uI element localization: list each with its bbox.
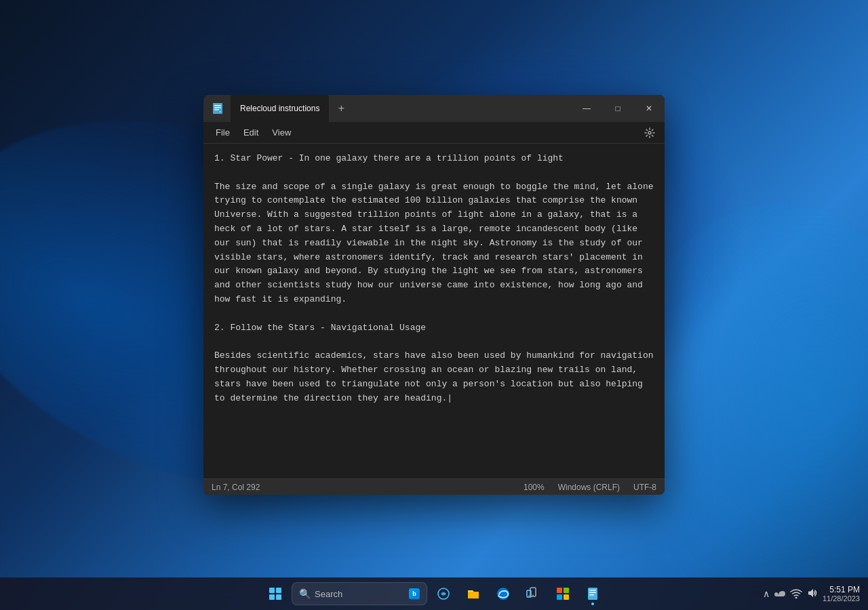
taskbar: 🔍 Search b (0, 577, 868, 610)
date-display: 11/28/2023 (823, 594, 860, 603)
maximize-button[interactable]: □ (602, 95, 633, 122)
minimize-button[interactable]: — (571, 95, 602, 122)
svg-rect-7 (269, 588, 275, 593)
svg-rect-10 (276, 594, 281, 600)
add-tab-button[interactable]: + (332, 99, 351, 118)
svg-rect-18 (564, 588, 569, 593)
settings-button[interactable] (640, 123, 659, 142)
notepad-taskbar-button[interactable] (579, 580, 606, 607)
system-tray: ∧ (763, 585, 860, 603)
bing-icon: b (409, 588, 420, 599)
clock[interactable]: 5:51 PM 11/28/2023 (823, 585, 860, 603)
status-bar: Ln 7, Col 292 100% Windows (CRLF) UTF-8 (203, 479, 665, 495)
time-display: 5:51 PM (823, 585, 860, 594)
svg-rect-17 (557, 588, 562, 593)
notepad-app-icon (212, 102, 231, 115)
zoom-level[interactable]: 100% (524, 483, 545, 492)
title-bar: Relecloud instructions + — □ ✕ (203, 95, 665, 122)
tab-relecloud[interactable]: Relecloud instructions (231, 95, 329, 122)
svg-rect-20 (564, 594, 569, 600)
ms-store-button[interactable] (549, 580, 576, 607)
cursor-position: Ln 7, Col 292 (212, 483, 260, 492)
close-button[interactable]: ✕ (633, 95, 665, 122)
search-bar[interactable]: 🔍 Search b (292, 582, 427, 605)
svg-rect-24 (589, 594, 594, 596)
tab-strip: Relecloud instructions + (231, 95, 571, 122)
start-button[interactable] (262, 580, 289, 607)
edge-button[interactable] (490, 580, 517, 607)
search-bar-label: Search (315, 589, 342, 599)
svg-rect-1 (214, 105, 221, 106)
encoding[interactable]: UTF-8 (633, 483, 656, 492)
tray-icons: ∧ (763, 585, 860, 603)
menu-edit[interactable]: Edit (237, 125, 265, 140)
svg-rect-21 (588, 588, 597, 600)
svg-rect-8 (276, 588, 281, 593)
taskbar-center: 🔍 Search b (262, 580, 606, 607)
menu-view[interactable]: View (265, 125, 298, 140)
desktop: Relecloud instructions + — □ ✕ File Edit… (0, 0, 868, 610)
onedrive-icon[interactable] (774, 588, 786, 600)
menu-file[interactable]: File (209, 125, 237, 140)
line-ending[interactable]: Windows (CRLF) (558, 483, 620, 492)
svg-point-25 (795, 596, 797, 598)
svg-rect-19 (557, 594, 562, 600)
tray-chevron-icon[interactable]: ∧ (763, 588, 770, 599)
window-controls: — □ ✕ (571, 95, 665, 122)
volume-icon[interactable] (806, 588, 818, 601)
wifi-icon[interactable] (790, 588, 802, 601)
svg-rect-3 (214, 109, 219, 110)
svg-point-6 (648, 131, 651, 134)
menu-bar: File Edit View (203, 122, 665, 144)
search-bar-icon: 🔍 (299, 588, 311, 599)
svg-rect-2 (214, 107, 221, 108)
file-explorer-button[interactable] (460, 580, 487, 607)
notepad-window: Relecloud instructions + — □ ✕ File Edit… (203, 95, 665, 495)
copilot-button[interactable] (430, 580, 457, 607)
editor-area[interactable]: 1. Star Power - In one galaxy there are … (203, 144, 665, 479)
phone-link-button[interactable] (519, 580, 547, 607)
svg-rect-9 (269, 594, 275, 600)
svg-rect-23 (589, 592, 596, 594)
svg-rect-22 (589, 590, 596, 591)
